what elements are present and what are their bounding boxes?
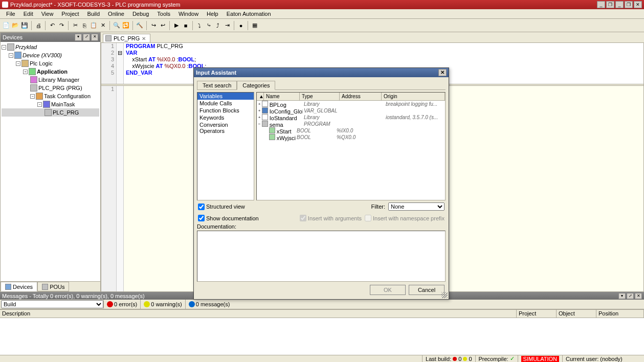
category-item-conversion[interactable]: Conversion Operators [197,121,254,134]
editor-tab-plcprg[interactable]: PLC_PRG ✕ [103,34,150,42]
messages-filter-combo[interactable]: Build [1,300,103,308]
new-icon[interactable]: 📄 [2,21,10,30]
device-tree[interactable]: −Przyklad −Device (XV300) −Plc Logic −Ap… [1,42,100,281]
col-position[interactable]: Position [596,310,644,318]
grid-row[interactable]: + IoStandardLibraryiostandard, 3.5.7.0 (… [257,114,445,121]
maximize-button[interactable]: ❐ [625,1,633,8]
menu-view[interactable]: View [37,10,58,18]
undo-icon[interactable]: ↶ [48,21,56,30]
col-description[interactable]: Description [0,310,517,318]
warnings-count[interactable]: 0 warning(s) [140,300,185,309]
show-doc-checkbox[interactable]: Show documentation [198,215,259,221]
tree-task-prg[interactable]: PLC_PRG [2,108,99,117]
structured-view-checkbox[interactable]: Structured view [198,203,245,210]
breakpoint-icon[interactable]: ● [237,21,245,30]
grid-row[interactable]: + BPLogLibrarybreakpoint logging fu... [257,101,445,107]
tab-categories[interactable]: Categories [237,81,275,90]
col-sort[interactable]: ▲ [257,93,264,100]
expander-icon[interactable]: − [9,53,13,58]
panel-float-icon[interactable]: ⤢ [627,293,634,299]
restore-button-inner[interactable]: ❐ [606,1,614,8]
tab-pous[interactable]: POUs [37,282,69,291]
misc-icon[interactable]: ▦ [251,21,259,30]
grid-row[interactable]: xWyjscieBOOL%QX0.0 [257,134,445,141]
cancel-button[interactable]: Cancel [409,285,445,295]
category-item-function-blocks[interactable]: Function Blocks [197,107,254,114]
tree-plclogic[interactable]: −Plc Logic [2,59,99,67]
save-icon[interactable]: 💾 [20,21,29,30]
fold-gutter[interactable]: ⊟ [117,43,124,84]
panel-pin-icon[interactable]: ▾ [618,293,626,299]
dialog-titlebar[interactable]: Input Assistant ✕ [194,68,449,77]
step-out-icon[interactable]: ⤴ [214,21,222,30]
col-name[interactable]: Name [264,93,300,100]
errors-count[interactable]: 0 error(s) [103,300,140,309]
print-icon[interactable]: 🖨 [34,21,42,30]
resize-grip[interactable] [441,292,448,298]
col-origin[interactable]: Origin [382,93,445,100]
expander-icon[interactable]: − [2,45,6,50]
structured-view-input[interactable] [198,203,205,210]
cut-icon[interactable]: ✂ [71,21,79,30]
step-over-icon[interactable]: ⤵ [195,21,204,30]
tree-application[interactable]: −Application [2,67,99,76]
dialog-close-icon[interactable]: ✕ [438,69,447,76]
menu-edit[interactable]: Edit [19,10,37,18]
panel-close-icon[interactable]: ✕ [635,293,642,299]
panel-close-icon[interactable]: ✕ [91,34,98,41]
run-to-icon[interactable]: ⇥ [223,21,231,30]
panel-float-icon[interactable]: ⤢ [83,34,90,41]
menu-window[interactable]: Window [174,10,203,18]
tab-text-search[interactable]: Text search [197,81,237,90]
stop-icon[interactable]: ■ [182,21,190,30]
open-icon[interactable]: 📂 [11,21,19,30]
menu-debug[interactable]: Debug [128,10,153,18]
step-into-icon[interactable]: ⤷ [205,21,213,30]
tree-library-manager[interactable]: Library Manager [2,76,99,84]
logout-icon[interactable]: ↩ [159,21,167,30]
menu-tools[interactable]: Tools [153,10,174,18]
menu-file[interactable]: File [2,10,19,18]
expander-icon[interactable]: − [257,122,262,126]
expander-icon[interactable]: + [257,108,262,113]
expander-icon[interactable]: − [23,70,28,74]
tree-task-config[interactable]: −Task Configuration [2,92,99,100]
replace-icon[interactable]: 🔁 [122,21,130,30]
copy-icon[interactable]: ⎘ [80,21,88,30]
close-button[interactable]: ✕ [634,1,642,8]
close-tab-icon[interactable]: ✕ [142,36,146,41]
tree-plc-prg[interactable]: PLC_PRG (PRG) [2,84,99,92]
category-item-module-calls[interactable]: Module Calls [197,100,254,107]
category-list[interactable]: Variables Module Calls Function Blocks K… [197,92,254,200]
tree-main-task[interactable]: −MainTask [2,100,99,108]
redo-icon[interactable]: ↷ [57,21,65,30]
symbol-grid[interactable]: ▲ Name Type Address Origin + BPLogLibrar… [256,92,446,200]
col-object[interactable]: Object [557,310,596,318]
find-icon[interactable]: 🔍 [113,21,121,30]
col-project[interactable]: Project [517,310,557,318]
tree-device[interactable]: −Device (XV300) [2,51,99,59]
category-item-keywords[interactable]: Keywords [197,114,254,121]
menu-build[interactable]: Build [83,10,104,18]
menu-online[interactable]: Online [104,10,128,18]
grid-row[interactable]: xStartBOOL%IX0.0 [257,127,445,134]
menu-project[interactable]: Project [57,10,83,18]
grid-row[interactable]: + IoConfig_GlobalsVAR_GLOBAL [257,107,445,114]
build-icon[interactable]: 🔨 [136,21,144,30]
menu-eaton[interactable]: Eaton Automation [223,10,275,18]
expander-icon[interactable]: + [257,102,262,106]
grid-row[interactable]: − semaPROGRAM [257,121,445,127]
delete-icon[interactable]: ✕ [99,21,107,30]
expander-icon[interactable]: − [37,102,42,107]
fold-gutter[interactable] [117,86,124,291]
tab-devices[interactable]: Devices [1,282,37,291]
tree-project[interactable]: −Przyklad [2,43,99,51]
panel-pin-icon[interactable]: ▾ [75,34,82,41]
minimize-button-inner[interactable]: _ [597,1,605,8]
start-icon[interactable]: ▶ [172,21,181,30]
show-doc-input[interactable] [198,215,205,221]
paste-icon[interactable]: 📋 [90,21,98,30]
messages-grid[interactable]: Description Project Object Position [0,309,644,355]
filter-combo[interactable]: None [388,202,445,211]
documentation-box[interactable] [197,231,446,282]
